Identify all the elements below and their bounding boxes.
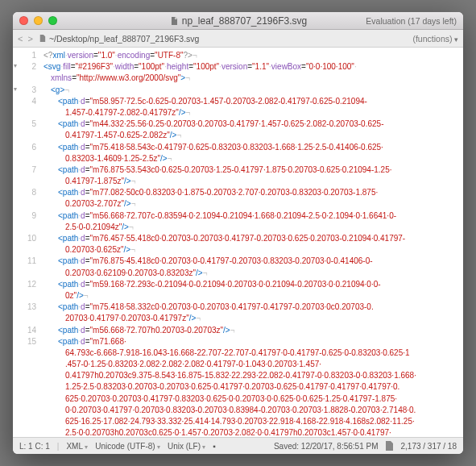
code-line[interactable]: <path·d="m76.457·55.418c0·0.20703-0.2070…	[43, 233, 458, 244]
code-line[interactable]: <path·d="m75.418·58.543c-0.41797·0.625-0…	[43, 142, 458, 153]
traffic-lights	[19, 16, 57, 25]
gutter-line[interactable]: 12	[13, 279, 39, 290]
gutter-line[interactable]	[13, 107, 39, 119]
code-line[interactable]: <path·d="m59.168·72.293c-0.21094·0-0.210…	[43, 279, 458, 290]
gutter-line[interactable]	[13, 73, 39, 84]
gutter-line[interactable]: 10	[13, 233, 39, 244]
modified-icon: ▪	[213, 442, 216, 451]
file-path-text: ~/Desktop/np_leaf_888707_2196F3.svg	[49, 34, 200, 44]
gutter-line[interactable]: 14	[13, 325, 39, 336]
code-line[interactable]: 0.41797-1.875z"/>¬	[43, 176, 458, 187]
code-line[interactable]: 625·0.20703·0.20703·0.41797·0.83203·0.62…	[43, 393, 458, 405]
close-icon[interactable]	[19, 16, 28, 25]
code-line[interactable]: 64.793c-6.668-7.918-16.043-16.668-22.707…	[43, 347, 458, 359]
code-line[interactable]: 1.457-0.41797-2.082-0.41797z"/>¬	[43, 107, 458, 119]
code-line[interactable]: xmlns="http://www.w3.org/2000/svg">¬	[43, 73, 458, 84]
doc-icon	[385, 441, 393, 451]
code-line[interactable]: <path·d="m75.418·58.332c0·0.20703·0-0.20…	[43, 302, 458, 313]
language-dropdown[interactable]: XML	[66, 442, 88, 451]
gutter-line[interactable]: 15	[13, 336, 39, 347]
code-line[interactable]: <path·d="m71.668·	[43, 336, 458, 347]
code-line[interactable]: 2.5·0·0.20703h0.20703c0.625·0·1.457·0.20…	[43, 427, 458, 437]
code-line[interactable]: 625·16.25·17.082·24.793·33.332·25.414·14…	[43, 416, 458, 427]
gutter-line[interactable]: 6	[13, 142, 39, 153]
gutter-line[interactable]: 13	[13, 302, 39, 313]
code-line[interactable]: <path·d="m77.082·50c0·0.83203·0·1.875-0.…	[43, 187, 458, 198]
code-line[interactable]: 0.41797h0.20703c9.375-8.543·16.875-15.83…	[43, 370, 458, 381]
gutter-line[interactable]	[13, 153, 39, 164]
code-line[interactable]: 0·0.20703·0.41797·0.20703·0.83203-0.2070…	[43, 405, 458, 416]
file-icon	[169, 16, 179, 26]
gutter-line[interactable]: 1	[13, 50, 39, 61]
gutter-line[interactable]: 8	[13, 187, 39, 198]
gutter-line[interactable]: 11	[13, 256, 39, 267]
code-line[interactable]: <svg·fill="#2196F3"·width="100pt"·height…	[43, 61, 458, 73]
gutter-line[interactable]	[13, 268, 39, 279]
zoom-icon[interactable]	[48, 16, 57, 25]
gutter-line[interactable]	[13, 416, 39, 427]
code-line[interactable]: 0z"/>¬	[43, 290, 458, 302]
gutter-line[interactable]: 9	[13, 210, 39, 222]
nav-next-button[interactable]: >	[27, 34, 32, 44]
gutter-line[interactable]	[13, 347, 39, 359]
code-line[interactable]: <path·d="m76.875·53.543c0·0.625-0.20703·…	[43, 164, 458, 176]
editor-window: np_leaf_888707_2196F3.svg Evaluation (17…	[13, 12, 463, 454]
code-line[interactable]: 0.41797-1.457-0.625-2.082z"/>¬	[43, 130, 458, 141]
gutter-line[interactable]	[13, 222, 39, 233]
gutter-line[interactable]	[13, 405, 39, 416]
titlebar[interactable]: np_leaf_888707_2196F3.svg Evaluation (17…	[13, 12, 463, 30]
code-area[interactable]: <?xml·version="1.0"·encoding="UTF-8"?>¬<…	[40, 48, 463, 437]
gutter-line[interactable]	[13, 359, 39, 370]
gutter-line[interactable]: 7	[13, 164, 39, 176]
code-line[interactable]: 1.25·2.5·0.83203·0.20703-0.20703·0.625·0…	[43, 381, 458, 393]
functions-dropdown[interactable]: (functions)	[412, 34, 458, 44]
code-line[interactable]: 0.20703·0.62109·0.20703-0.83203z"/>¬	[43, 268, 458, 279]
code-line[interactable]: <path·d="m58.957·72.5c-0.625-0.20703-1.4…	[43, 96, 458, 107]
path-bar: < > ~/Desktop/np_leaf_888707_2196F3.svg …	[13, 30, 463, 48]
code-line[interactable]: 0.20703-2.707z"/>¬	[43, 198, 458, 210]
code-line[interactable]: <path·d="m56.668·72.707c-0.83594·0·2.109…	[43, 210, 458, 222]
line-gutter[interactable]: 1▾2 ▾34 5 6 7 8 9 10 11 12 13 1415 ▸16▸1…	[13, 48, 40, 437]
code-line[interactable]: <path·d="m56.668·72.707h0.20703-0.20703z…	[43, 325, 458, 336]
status-bar: L: 1 C: 1 | XML Unicode (UTF-8) Unix (LF…	[13, 437, 463, 454]
window-title-text: np_leaf_888707_2196F3.svg	[182, 15, 307, 27]
gutter-line[interactable]	[13, 370, 39, 381]
cursor-position[interactable]: L: 1 C: 1	[19, 442, 50, 451]
gutter-line[interactable]	[13, 313, 39, 324]
line-ending-dropdown[interactable]: Unix (LF)	[168, 442, 205, 451]
gutter-line[interactable]	[13, 176, 39, 187]
code-line[interactable]: <path·d="m44.332·25.56·0.25·0.20703·0.20…	[43, 119, 458, 130]
gutter-line[interactable]	[13, 130, 39, 141]
gutter-line[interactable]: ▾2	[13, 61, 39, 73]
code-line[interactable]: .457-0·1.25·0.83203·2.082·2.082·2.082·0.…	[43, 359, 458, 370]
gutter-line[interactable]	[13, 393, 39, 405]
file-stats: 2,173 / 317 / 18	[400, 442, 457, 451]
saved-label: Saved: 12/20/17, 8:56:51 PM	[274, 442, 379, 451]
gutter-line[interactable]	[13, 198, 39, 210]
gutter-line[interactable]	[13, 244, 39, 256]
code-line[interactable]: <path·d="m76.875·45.418c0·0.20703·0-0.41…	[43, 256, 458, 267]
code-editor[interactable]: 1▾2 ▾34 5 6 7 8 9 10 11 12 13 1415 ▸16▸1…	[13, 48, 463, 437]
code-line[interactable]: <?xml·version="1.0"·encoding="UTF-8"?>¬	[43, 50, 458, 61]
code-line[interactable]: 0.83203-1.4609·1.25-2.5z"/>¬	[43, 153, 458, 164]
minimize-icon[interactable]	[34, 16, 43, 25]
gutter-line[interactable]: ▾3	[13, 85, 39, 96]
fold-toggle-icon[interactable]: ▾	[14, 61, 17, 70]
file-icon	[38, 34, 47, 43]
gutter-line[interactable]	[13, 427, 39, 437]
gutter-line[interactable]	[13, 381, 39, 393]
encoding-dropdown[interactable]: Unicode (UTF-8)	[95, 442, 160, 451]
fold-toggle-icon[interactable]: ▾	[14, 85, 17, 94]
code-line[interactable]: <g>¬	[43, 85, 458, 96]
gutter-line[interactable]	[13, 290, 39, 302]
nav-prev-button[interactable]: <	[18, 34, 23, 44]
code-line[interactable]: 0.20703·0.625z"/>¬	[43, 244, 458, 256]
file-path[interactable]: ~/Desktop/np_leaf_888707_2196F3.svg	[38, 34, 200, 44]
evaluation-label: Evaluation (17 days left)	[366, 16, 457, 26]
gutter-line[interactable]: 4	[13, 96, 39, 107]
code-line[interactable]: 20703·0.41797·0.20703-0.41797z"/>¬	[43, 313, 458, 324]
gutter-line[interactable]: 5	[13, 119, 39, 130]
code-line[interactable]: 2.5·0-0.21094z"/>¬	[43, 222, 458, 233]
